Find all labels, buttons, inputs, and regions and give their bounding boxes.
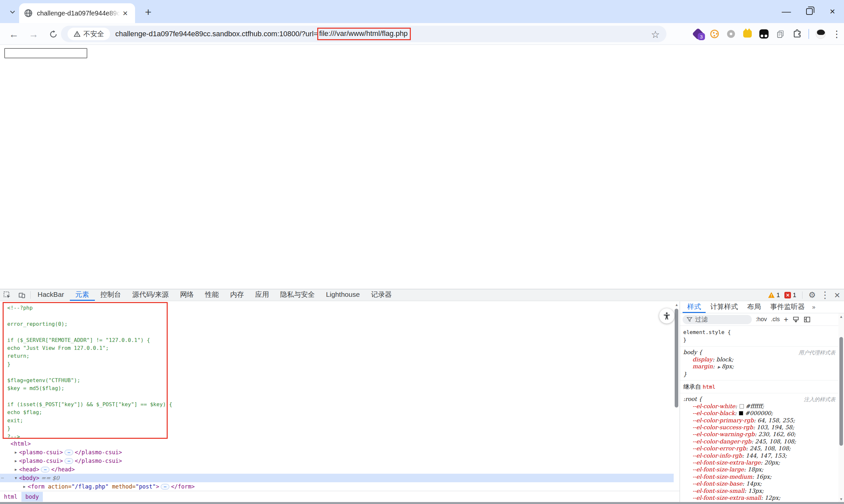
color-swatch[interactable] <box>740 404 744 409</box>
dom-tree-row[interactable]: ▶<plasmo-csui>⋯</plasmo-csui> <box>0 456 674 465</box>
css-variable[interactable]: --el-font-size-large: 18px; <box>683 466 835 473</box>
dom-tree-row[interactable]: ▶<head>⋯</head> <box>0 465 674 474</box>
security-chip[interactable]: 不安全 <box>68 28 110 40</box>
css-variable[interactable]: --el-color-success-rgb: 103, 194, 58; <box>683 424 835 431</box>
element-style-rule[interactable]: element.style { } <box>680 326 838 346</box>
collapsed-content-ellipsis[interactable]: ⋯ <box>41 467 49 472</box>
css-variable[interactable]: --el-color-primary-rgb: 64, 158, 255; <box>683 417 835 424</box>
css-variable[interactable]: --el-color-warning-rgb: 230, 162, 60; <box>683 431 835 438</box>
css-variable[interactable]: --el-color-black: #000000; <box>683 410 835 417</box>
devtools-tab-控制台[interactable]: 控制台 <box>95 289 127 301</box>
expander-arrow-icon[interactable]: ▶ <box>13 467 19 472</box>
minimize-button[interactable]: — <box>775 0 798 23</box>
devtools-tab-记录器[interactable]: 记录器 <box>365 289 397 301</box>
cookie-extension-icon[interactable] <box>710 29 719 39</box>
devtools-tab-源代码/来源[interactable]: 源代码/来源 <box>127 289 175 301</box>
ring-extension-icon[interactable] <box>726 29 736 39</box>
scroll-down-arrow[interactable]: ▼ <box>839 497 844 501</box>
forward-button[interactable]: → <box>27 28 40 41</box>
dark-reader-extension-icon[interactable] <box>759 29 769 39</box>
copy-extension-icon[interactable] <box>775 29 785 39</box>
devtools-tab-内存[interactable]: 内存 <box>225 289 249 301</box>
rendering-emulation-icon[interactable] <box>792 316 800 323</box>
elements-panel[interactable]: <!--?php error_reporting(0); if ($_SERVE… <box>0 301 674 491</box>
devtools-tab-应用[interactable]: 应用 <box>249 289 274 301</box>
css-variable[interactable]: --el-color-danger-rgb: 245, 108, 108; <box>683 438 835 445</box>
expander-arrow-icon[interactable]: ▶ <box>13 459 19 463</box>
sidebar-tab-样式[interactable]: 样式 <box>683 301 706 313</box>
styles-filter-input[interactable]: 过滤 <box>683 315 752 324</box>
css-variable[interactable]: --el-font-size-extra-small: 12px; <box>683 494 835 501</box>
hover-state-toggle[interactable]: :hov <box>756 316 767 323</box>
scroll-up-arrow[interactable]: ▲ <box>839 313 844 319</box>
collapsed-content-ellipsis[interactable]: ⋯ <box>161 484 169 489</box>
url-input-field[interactable] <box>4 48 87 58</box>
cat-extension-icon[interactable] <box>742 29 752 39</box>
expander-arrow-icon[interactable]: ▶ <box>21 485 28 489</box>
sidebar-tab-事件监听器[interactable]: 事件监听器 <box>766 301 809 313</box>
root-rule[interactable]: :root {注入的样式表 --el-color-white: #ffffff;… <box>680 393 838 502</box>
sidebar-scrollbar[interactable]: ▲ ▼ <box>839 313 844 502</box>
breadcrumb-item-body[interactable]: body <box>21 492 43 502</box>
devtools-tab-Lighthouse[interactable]: Lighthouse <box>320 289 365 301</box>
scroll-thumb[interactable] <box>839 337 843 446</box>
devtools-close-button[interactable]: × <box>834 290 840 301</box>
css-variable[interactable]: --el-color-info-rgb: 144, 147, 153; <box>683 452 835 459</box>
extension-purple-icon[interactable]: 3 <box>693 29 703 39</box>
back-button[interactable]: ← <box>7 28 20 41</box>
collapsed-content-ellipsis[interactable]: ⋯ <box>65 458 73 464</box>
css-variable[interactable]: --el-font-size-medium: 16px; <box>683 473 835 480</box>
profile-avatar[interactable] <box>816 29 826 39</box>
devtools-tab-性能[interactable]: 性能 <box>199 289 225 301</box>
tab-search-button[interactable] <box>6 5 19 18</box>
expander-arrow-icon[interactable]: ▶ <box>717 364 722 371</box>
accessibility-button[interactable] <box>659 308 674 323</box>
scroll-up-arrow[interactable]: ▲ <box>674 301 680 307</box>
elements-scrollbar[interactable]: ▲ <box>674 301 680 491</box>
dom-tree-row[interactable]: ▶<form action="/flag.php" method="post">… <box>0 482 674 491</box>
new-style-rule-button[interactable]: + <box>784 315 788 324</box>
collapsed-content-ellipsis[interactable]: ⋯ <box>65 450 73 455</box>
color-swatch[interactable] <box>739 411 743 415</box>
css-variable[interactable]: --el-color-error-rgb: 245, 108, 108; <box>683 445 835 452</box>
devtools-tab-元素[interactable]: 元素 <box>70 289 95 301</box>
class-toggle[interactable]: .cls <box>771 316 780 323</box>
reload-button[interactable] <box>47 28 60 41</box>
restore-button[interactable] <box>798 0 821 23</box>
window-close-button[interactable]: × <box>821 0 844 23</box>
css-property[interactable]: display: block; <box>683 356 835 363</box>
device-toolbar-button[interactable] <box>15 289 29 301</box>
expander-arrow-icon[interactable]: ▼ <box>13 476 19 480</box>
scroll-thumb[interactable] <box>675 309 678 408</box>
new-tab-button[interactable]: + <box>142 6 154 18</box>
computed-panel-toggle-icon[interactable] <box>804 316 811 323</box>
chrome-menu-button[interactable]: ⋮ <box>832 29 841 39</box>
sidebar-tab-计算样式[interactable]: 计算样式 <box>706 301 742 313</box>
sidebar-more-tabs-button[interactable]: » <box>809 301 818 313</box>
dom-tree-row[interactable]: ⋯▼<body> == $0 <box>0 474 674 482</box>
extensions-puzzle-icon[interactable] <box>792 29 802 39</box>
css-variable[interactable]: --el-font-size-base: 14px; <box>683 480 835 487</box>
browser-tab[interactable]: challenge-d1a097fe944e89c × <box>19 3 135 23</box>
address-bar[interactable]: 不安全 challenge-d1a097fe944e89cc.sandbox.c… <box>61 26 666 42</box>
bookmark-star-icon[interactable]: ☆ <box>651 29 660 40</box>
devtools-menu-button[interactable]: ⋮ <box>820 290 829 301</box>
css-variable[interactable]: --el-font-size-extra-large: 20px; <box>683 459 835 466</box>
expander-arrow-icon[interactable]: ▶ <box>13 450 19 455</box>
devtools-tab-隐私与安全[interactable]: 隐私与安全 <box>274 289 320 301</box>
css-variable[interactable]: --el-font-size-small: 13px; <box>683 488 835 494</box>
devtools-tab-HackBar[interactable]: HackBar <box>32 289 70 301</box>
css-property[interactable]: margin: ▶8px; <box>683 363 835 371</box>
devtools-settings-gear-icon[interactable]: ⚙ <box>808 290 816 300</box>
warnings-counter[interactable]: 1 <box>768 291 780 299</box>
devtools-tab-网络[interactable]: 网络 <box>174 289 199 301</box>
body-rule[interactable]: body {用户代理样式表 display: block;margin: ▶8p… <box>680 346 838 380</box>
dom-tree-row[interactable]: <html> <box>0 439 674 448</box>
tab-close-icon[interactable]: × <box>120 8 130 18</box>
breadcrumb-item-html[interactable]: html <box>0 492 21 502</box>
inherited-from-link[interactable]: html <box>703 384 716 390</box>
dom-tree-row[interactable]: ▶<plasmo-csui>⋯</plasmo-csui> <box>0 448 674 456</box>
sidebar-tab-布局[interactable]: 布局 <box>742 301 766 313</box>
inspect-element-button[interactable] <box>0 289 15 301</box>
errors-counter[interactable]: ✕ 1 <box>784 291 796 299</box>
